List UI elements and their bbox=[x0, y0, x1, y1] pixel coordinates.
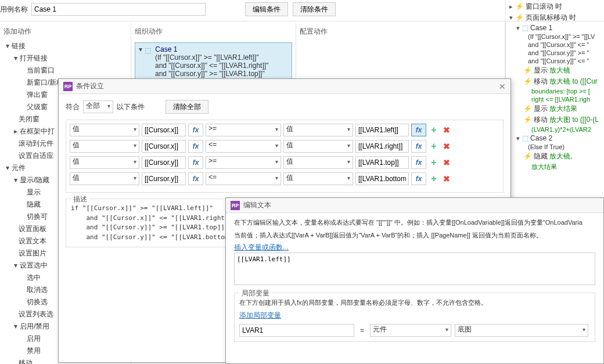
locvar-type-select[interactable]: 元件 bbox=[370, 324, 451, 337]
rhs-type-select[interactable]: 值 bbox=[283, 156, 353, 169]
rp-action[interactable]: ⚡ 显示 放大结果 bbox=[506, 103, 604, 114]
case-name-label: 用例名称 bbox=[0, 5, 28, 15]
rhs-value-input[interactable] bbox=[355, 156, 409, 169]
flow-icon: ⬚ bbox=[522, 24, 528, 32]
delete-row-icon[interactable]: ✖ bbox=[441, 142, 452, 151]
case-line: (If "[[Cursor.x]]" >= "[[LVAR1.left]]" bbox=[139, 53, 288, 62]
rp-cond-line: (Else If True) bbox=[506, 143, 604, 151]
bolt-icon: ⚡ bbox=[523, 104, 532, 113]
rp-action-detail: 放大结果 bbox=[506, 162, 604, 172]
fx-button[interactable]: fx bbox=[188, 172, 203, 185]
match-mode-select[interactable]: 全部 bbox=[83, 100, 113, 113]
case-chevron-icon bbox=[139, 45, 145, 53]
condition-row: 值fx<=值fx+✖ bbox=[70, 140, 499, 153]
operator-select[interactable]: >= bbox=[206, 124, 281, 136]
operator-select[interactable]: <= bbox=[206, 140, 281, 153]
fx-button[interactable]: fx bbox=[188, 140, 203, 153]
tree-current-window[interactable]: 当前窗口 bbox=[0, 64, 131, 77]
rp-action[interactable]: ⚡ 显示 放大镜 bbox=[506, 65, 604, 76]
lhs-value-input[interactable] bbox=[142, 156, 186, 169]
desc-legend: 描述 bbox=[71, 194, 89, 204]
case-line: and "[[Cursor.y]]" >= "[[LVAR1.top]]" bbox=[139, 70, 288, 78]
rp-window-scroll[interactable]: ⚡ 窗口滚动 时 bbox=[506, 1, 604, 12]
lhs-value-input[interactable] bbox=[142, 124, 186, 136]
add-row-icon[interactable]: + bbox=[429, 141, 439, 152]
condition-row: 值fx<=值fx+✖ bbox=[70, 172, 499, 185]
edit-hint: 当前值；插入表达式[[VarA + VarB]]返回值为"VarA + VarB… bbox=[234, 230, 595, 241]
edit-text-dialog: RP 编辑文本 在下方编辑区输入文本，变量名称或表达式要写在 "[[""]]" … bbox=[225, 197, 604, 364]
condition-row: 值fx>=值fx+✖ bbox=[70, 124, 499, 136]
operator-select[interactable]: <= bbox=[206, 172, 281, 185]
rp-action-detail: boundaries: [top >= [ bbox=[506, 87, 604, 95]
fx-button[interactable]: fx bbox=[188, 124, 203, 136]
bolt-icon: ⚡ bbox=[523, 66, 532, 74]
delete-row-icon[interactable]: ✖ bbox=[441, 125, 452, 135]
organize-action-header: 组织动作 bbox=[131, 26, 296, 40]
rp-case1[interactable]: ⬚ Case 1 bbox=[506, 23, 604, 33]
fx-button[interactable]: fx bbox=[411, 124, 426, 136]
rp-cond-line: and "[[Cursor.y]]" >= " bbox=[506, 49, 604, 57]
rhs-type-select[interactable]: 值 bbox=[283, 124, 353, 136]
close-icon[interactable]: ✕ bbox=[499, 82, 506, 91]
rhs-value-input[interactable] bbox=[355, 172, 409, 185]
add-action-header: 添加动作 bbox=[0, 26, 131, 40]
lhs-type-select[interactable]: 值 bbox=[70, 124, 139, 136]
add-locvar-link[interactable]: 添加局部变量 bbox=[239, 311, 281, 319]
clear-condition-button[interactable]: 清除条件 bbox=[293, 2, 336, 16]
bolt-icon: ⚡ bbox=[523, 152, 532, 160]
flow-icon: ⬚ bbox=[522, 134, 528, 142]
flow-icon: ⬚ bbox=[145, 46, 152, 53]
add-row-icon[interactable]: + bbox=[429, 125, 439, 135]
match-label: 符合 bbox=[66, 102, 80, 112]
fx-button[interactable]: fx bbox=[411, 140, 426, 153]
rp-action[interactable]: ⚡ 移动 放大镜 to ([[Cur bbox=[506, 76, 604, 87]
tree-open-link[interactable]: 打开链接 bbox=[0, 52, 131, 64]
operator-select[interactable]: >= bbox=[206, 156, 281, 169]
expression-textarea[interactable] bbox=[234, 253, 595, 285]
case-name-input[interactable] bbox=[31, 3, 206, 16]
condition-rows: 值fx>=值fx+✖值fx<=值fx+✖值fx>=值fx+✖值fx<=值fx+✖ bbox=[66, 120, 504, 193]
add-row-icon[interactable]: + bbox=[429, 174, 439, 184]
dialog-title: 条件设立 bbox=[76, 81, 499, 91]
equals-label: = bbox=[358, 326, 366, 334]
locvar-hint: 在下方创建用于插入fx的局部变量，局部变量名称必须是字母、数字，不允许包含空格。 bbox=[239, 298, 590, 308]
bolt-icon: ⚡ bbox=[523, 116, 532, 124]
fx-button[interactable]: fx bbox=[411, 172, 426, 185]
clear-all-button[interactable]: 清除全部 bbox=[166, 100, 208, 114]
rp-logo-icon: RP bbox=[231, 201, 240, 210]
config-action-header: 配置动作 bbox=[296, 26, 505, 40]
bolt-icon: ⚡ bbox=[515, 2, 524, 10]
lhs-type-select[interactable]: 值 bbox=[70, 156, 139, 169]
lhs-type-select[interactable]: 值 bbox=[70, 172, 139, 185]
condition-row: 值fx>=值fx+✖ bbox=[70, 156, 499, 169]
rhs-type-select[interactable]: 值 bbox=[283, 172, 353, 185]
rp-action[interactable]: ⚡ 移动 放大图 to ([[0-(L bbox=[506, 114, 604, 125]
insert-var-link[interactable]: 插入变量或函数... bbox=[234, 243, 289, 251]
match-suffix: 以下条件 bbox=[117, 102, 145, 112]
locvar-legend: 局部变量 bbox=[239, 289, 272, 298]
rp-page-mousemove[interactable]: ⚡ 页面鼠标移动 时 bbox=[506, 12, 604, 23]
fx-button[interactable]: fx bbox=[188, 156, 203, 169]
delete-row-icon[interactable]: ✖ bbox=[441, 158, 452, 167]
edit-condition-button[interactable]: 编辑条件 bbox=[245, 2, 288, 16]
rhs-type-select[interactable]: 值 bbox=[283, 140, 353, 153]
rhs-value-input[interactable] bbox=[355, 124, 409, 136]
rp-cond-line: and "[[Cursor.x]]" <= " bbox=[506, 41, 604, 49]
delete-row-icon[interactable]: ✖ bbox=[441, 174, 452, 183]
rp-action[interactable]: ⚡ 隐藏 放大镜, bbox=[506, 151, 604, 162]
rp-action-detail: (LVAR1.y)*2+(LVAR2 bbox=[506, 125, 604, 134]
lhs-value-input[interactable] bbox=[142, 172, 186, 185]
rhs-value-input[interactable] bbox=[355, 140, 409, 153]
lhs-type-select[interactable]: 值 bbox=[70, 140, 139, 153]
add-row-icon[interactable]: + bbox=[429, 157, 439, 168]
locvar-target-select[interactable]: 底图 bbox=[455, 324, 588, 337]
rp-case2[interactable]: ⬚ Case 2 bbox=[506, 134, 604, 143]
lhs-value-input[interactable] bbox=[142, 140, 186, 153]
rp-logo-icon: RP bbox=[63, 82, 73, 91]
fx-button[interactable]: fx bbox=[411, 156, 426, 169]
bolt-icon: ⚡ bbox=[523, 77, 532, 85]
tree-links[interactable]: 链接 bbox=[0, 40, 131, 52]
rp-action-detail: right <= [[LVAR1.righ bbox=[506, 95, 604, 103]
dialog-title: 编辑文本 bbox=[243, 200, 599, 210]
locvar-name-input[interactable] bbox=[239, 324, 354, 337]
